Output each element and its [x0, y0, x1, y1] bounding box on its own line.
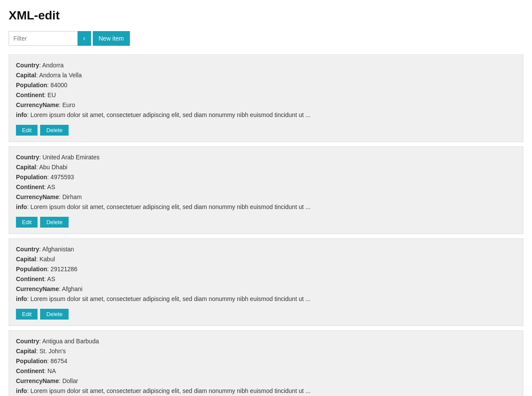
- field-country: Country: Antigua and Barbuda: [16, 337, 516, 346]
- button-row: EditDelete: [16, 125, 516, 136]
- edit-button[interactable]: Edit: [16, 217, 38, 228]
- field-label-population: Population: [16, 358, 47, 364]
- field-capital: Capital: Abu Dhabi: [16, 163, 516, 172]
- field-capital: Capital: Kabul: [16, 255, 516, 264]
- item-card: Country: AfghanistanCapital: KabulPopula…: [9, 238, 523, 326]
- field-label-population: Population: [16, 266, 47, 272]
- field-population: Population: 84000: [16, 81, 516, 90]
- field-currency_name: CurrencyName: Dirham: [16, 193, 516, 202]
- field-label-currency_name: CurrencyName: [16, 193, 59, 200]
- field-label-country: Country: [16, 338, 39, 345]
- field-currency_name: CurrencyName: Afghani: [16, 285, 516, 294]
- edit-button[interactable]: Edit: [16, 309, 38, 320]
- filter-icon-button[interactable]: ♀: [78, 31, 91, 46]
- field-country: Country: Andorra: [16, 61, 516, 70]
- page-title: XML-edit: [9, 9, 523, 22]
- field-label-continent: Continent: [16, 276, 44, 282]
- items-list: Country: AndorraCapital: Andorra la Vell…: [9, 54, 523, 396]
- field-population: Population: 4975593: [16, 173, 516, 182]
- field-label-capital: Capital: [16, 348, 36, 355]
- field-info: info: Lorem ipsum dolor sit amet, consec…: [16, 295, 516, 304]
- field-capital: Capital: Andorra la Vella: [16, 71, 516, 80]
- field-continent: Continent: AS: [16, 183, 516, 192]
- button-row: EditDelete: [16, 217, 516, 228]
- delete-button[interactable]: Delete: [40, 125, 69, 136]
- field-capital: Capital: St. John's: [16, 347, 516, 356]
- field-label-continent: Continent: [16, 367, 44, 374]
- field-info: info: Lorem ipsum dolor sit amet, consec…: [16, 111, 516, 120]
- field-continent: Continent: NA: [16, 367, 516, 376]
- field-info: info: Lorem ipsum dolor sit amet, consec…: [16, 386, 516, 396]
- edit-button[interactable]: Edit: [16, 125, 38, 136]
- item-card: Country: Antigua and BarbudaCapital: St.…: [9, 330, 523, 396]
- field-label-capital: Capital: [16, 256, 36, 263]
- field-info: info: Lorem ipsum dolor sit amet, consec…: [16, 203, 516, 212]
- field-population: Population: 29121286: [16, 265, 516, 274]
- field-label-capital: Capital: [16, 164, 36, 171]
- new-item-button[interactable]: New item: [93, 31, 130, 46]
- button-row: EditDelete: [16, 309, 516, 320]
- item-card: Country: AndorraCapital: Andorra la Vell…: [9, 54, 523, 142]
- field-label-info: info: [16, 203, 27, 210]
- field-label-continent: Continent: [16, 92, 44, 98]
- field-continent: Continent: EU: [16, 91, 516, 100]
- delete-button[interactable]: Delete: [40, 217, 69, 228]
- field-continent: Continent: AS: [16, 275, 516, 284]
- field-label-population: Population: [16, 82, 47, 89]
- field-country: Country: United Arab Emirates: [16, 153, 516, 162]
- field-label-info: info: [16, 387, 27, 394]
- field-currency_name: CurrencyName: Euro: [16, 101, 516, 110]
- field-label-country: Country: [16, 246, 39, 253]
- field-label-population: Population: [16, 174, 47, 181]
- field-population: Population: 86754: [16, 357, 516, 366]
- delete-button[interactable]: Delete: [40, 309, 69, 320]
- field-label-capital: Capital: [16, 72, 36, 79]
- field-label-country: Country: [16, 62, 39, 69]
- field-label-currency_name: CurrencyName: [16, 377, 59, 384]
- field-label-country: Country: [16, 154, 39, 161]
- filter-icon: ♀: [82, 35, 87, 42]
- field-currency_name: CurrencyName: Dollar: [16, 377, 516, 386]
- field-country: Country: Afghanistan: [16, 245, 516, 254]
- field-label-continent: Continent: [16, 184, 44, 190]
- toolbar: ♀ New item: [9, 31, 523, 46]
- field-label-info: info: [16, 295, 27, 302]
- field-label-currency_name: CurrencyName: [16, 101, 59, 108]
- item-card: Country: United Arab EmiratesCapital: Ab…: [9, 146, 523, 234]
- field-label-info: info: [16, 111, 27, 118]
- filter-input[interactable]: [9, 31, 78, 46]
- field-label-currency_name: CurrencyName: [16, 285, 59, 292]
